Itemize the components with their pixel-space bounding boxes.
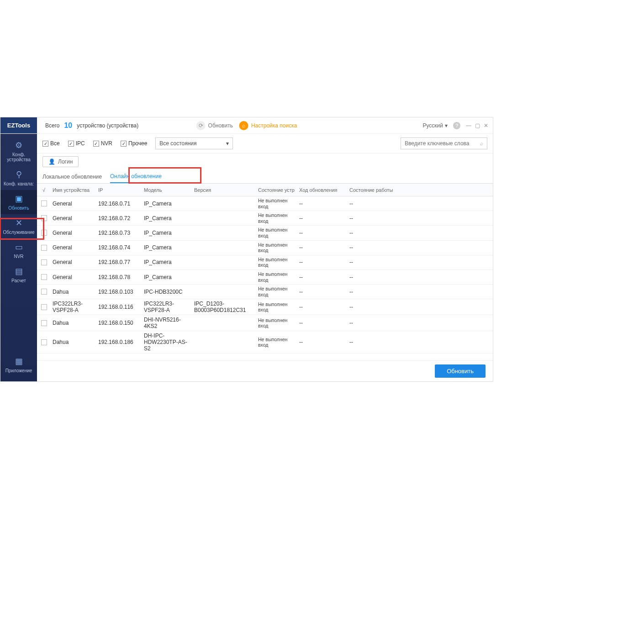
- status-select-value: Все состояния: [159, 140, 196, 147]
- cell-model: IP_Camera: [142, 259, 192, 265]
- cell-ip: 192.168.0.116: [96, 304, 142, 310]
- status-select[interactable]: Все состояния ▾: [155, 137, 233, 149]
- table-row[interactable]: General 192.168.0.74 IP_Camera Не выполн…: [37, 241, 493, 255]
- table-header: √ Имя устройства IP Модель Версия Состоя…: [37, 184, 493, 196]
- row-checkbox[interactable]: [37, 289, 51, 295]
- total-count: 10: [64, 121, 72, 130]
- device-total: Всего 10 устройство (устройства): [45, 121, 138, 130]
- search-settings-button[interactable]: ⌕ Настройка поиска: [239, 121, 297, 130]
- table-row[interactable]: Dahua 192.168.0.150 DHI-NVR5216-4KS2 Не …: [37, 315, 493, 331]
- col-update[interactable]: Ход обновления: [297, 187, 348, 193]
- table-row[interactable]: General 192.168.0.72 IP_Camera Не выполн…: [37, 211, 493, 226]
- table-row[interactable]: General 192.168.0.73 IP_Camera Не выполн…: [37, 226, 493, 240]
- sidebar-item-conf-channel[interactable]: ⚲ Конф. канала:: [0, 166, 37, 190]
- update-button[interactable]: Обновить: [435, 364, 486, 378]
- tab-online-update[interactable]: Онлайн обновление: [110, 170, 162, 183]
- sidebar-item-nvr[interactable]: ▭ NVR: [0, 238, 37, 263]
- chk-nvr[interactable]: ✓NVR: [93, 140, 112, 147]
- checkbox-icon: [41, 274, 47, 280]
- table-body: General 192.168.0.71 IP_Camera Не выполн…: [37, 196, 493, 354]
- chk-all[interactable]: ✓Все: [42, 140, 60, 147]
- checkbox-icon: [41, 230, 47, 236]
- sidebar-item-calc[interactable]: ▤ Расчет: [0, 263, 37, 287]
- row-checkbox[interactable]: [37, 245, 51, 251]
- cell-model: DHI-NVR5216-4KS2: [142, 317, 192, 329]
- refresh-button[interactable]: ⟳ Обновить: [196, 121, 233, 130]
- cell-ip: 192.168.0.78: [96, 274, 142, 280]
- cell-work: --: [348, 244, 402, 251]
- row-checkbox[interactable]: [37, 320, 51, 326]
- chk-label: IPC: [76, 140, 85, 147]
- sidebar-item-update[interactable]: ▣ Обновить: [0, 190, 37, 214]
- sidebar-item-maintenance[interactable]: ✕ Обслуживание: [0, 214, 37, 238]
- cell-dev-status: Не выполнен вход: [256, 212, 297, 224]
- chk-other[interactable]: ✓Прочее: [121, 140, 147, 147]
- topbar: EZTools Всего 10 устройство (устройства)…: [0, 117, 493, 134]
- row-checkbox[interactable]: [37, 259, 51, 265]
- refresh-label: Обновить: [208, 122, 233, 129]
- col-ip[interactable]: IP: [96, 187, 142, 193]
- table-row[interactable]: Dahua 192.168.0.186 DH-IPC-HDW2230TP-AS-…: [37, 331, 493, 354]
- sidebar-item-conf-device[interactable]: ⚙ Конф. устройства: [0, 137, 37, 166]
- cell-update: --: [297, 274, 348, 280]
- checkbox-icon: ✓: [68, 141, 74, 147]
- app-body: ⚙ Конф. устройства ⚲ Конф. канала: ▣ Обн…: [0, 134, 493, 381]
- login-button[interactable]: 👤 Логин: [42, 156, 79, 167]
- sidebar-label: Обслуживание: [3, 230, 34, 235]
- row-checkbox[interactable]: [37, 339, 51, 345]
- col-check[interactable]: √: [37, 187, 51, 193]
- row-checkbox[interactable]: [37, 201, 51, 206]
- cell-dev-status: Не выполнен вход: [256, 227, 297, 238]
- row-checkbox[interactable]: [37, 230, 51, 236]
- cell-name: IPC322LR3-VSPF28-A: [51, 301, 96, 313]
- cell-update: --: [297, 320, 348, 326]
- table-row[interactable]: Dahua 192.168.0.103 IPC-HDB3200C Не выпо…: [37, 285, 493, 299]
- sidebar-label: NVR: [14, 254, 23, 259]
- table-row[interactable]: General 192.168.0.78 IP_Camera Не выполн…: [37, 270, 493, 285]
- table-row[interactable]: General 192.168.0.77 IP_Camera Не выполн…: [37, 255, 493, 270]
- cell-model: IP_Camera: [142, 244, 192, 251]
- table-row[interactable]: General 192.168.0.71 IP_Camera Не выполн…: [37, 196, 493, 211]
- app-window: EZTools Всего 10 устройство (устройства)…: [0, 117, 493, 382]
- help-icon[interactable]: ?: [453, 122, 460, 129]
- minimize-icon[interactable]: —: [466, 122, 471, 129]
- checkbox-icon: [41, 215, 47, 221]
- sidebar-label: Конф. канала:: [4, 181, 34, 186]
- close-icon[interactable]: ✕: [484, 122, 488, 129]
- tab-local-update[interactable]: Локальное обновление: [42, 171, 102, 183]
- col-version[interactable]: Версия: [192, 187, 256, 193]
- row-checkbox[interactable]: [37, 304, 51, 310]
- cell-model: IPC322LR3-VSPF28-A: [142, 301, 192, 313]
- topbar-center: ⟳ Обновить ⌕ Настройка поиска: [196, 121, 297, 130]
- checkbox-icon: ✓: [121, 141, 127, 147]
- cell-model: IP_Camera: [142, 201, 192, 207]
- maximize-icon[interactable]: ▢: [475, 122, 480, 129]
- row-checkbox[interactable]: [37, 215, 51, 221]
- table-row[interactable]: IPC322LR3-VSPF28-A 192.168.0.116 IPC322L…: [37, 299, 493, 315]
- sliders-icon: ⚲: [16, 169, 22, 179]
- cell-update: --: [297, 339, 348, 345]
- col-model[interactable]: Модель: [142, 187, 192, 193]
- checkbox-icon: ✓: [93, 141, 99, 147]
- cell-name: Dahua: [51, 320, 96, 326]
- apps-icon: ▦: [15, 356, 23, 366]
- login-row: 👤 Логин: [37, 153, 493, 170]
- chk-ipc[interactable]: ✓IPC: [68, 140, 85, 147]
- sidebar-item-application[interactable]: ▦ Приложение: [0, 353, 37, 377]
- search-settings-label: Настройка поиска: [251, 122, 297, 129]
- checkbox-icon: [41, 245, 47, 251]
- cell-dev-status: Не выполнен вход: [256, 286, 297, 297]
- language-select[interactable]: Русский ▾: [422, 122, 448, 129]
- col-dev-status[interactable]: Состояние устр: [256, 187, 297, 193]
- search-box[interactable]: ⌕: [401, 137, 487, 149]
- chk-label: NVR: [101, 140, 112, 147]
- cell-work: --: [348, 201, 402, 207]
- sidebar-label: Приложение: [5, 368, 32, 373]
- search-input[interactable]: [405, 140, 480, 147]
- cell-ip: 192.168.0.73: [96, 230, 142, 236]
- row-checkbox[interactable]: [37, 274, 51, 280]
- cell-model: IP_Camera: [142, 215, 192, 222]
- col-work[interactable]: Состояние работы: [348, 187, 402, 193]
- cell-update: --: [297, 215, 348, 222]
- col-name[interactable]: Имя устройства: [51, 187, 96, 193]
